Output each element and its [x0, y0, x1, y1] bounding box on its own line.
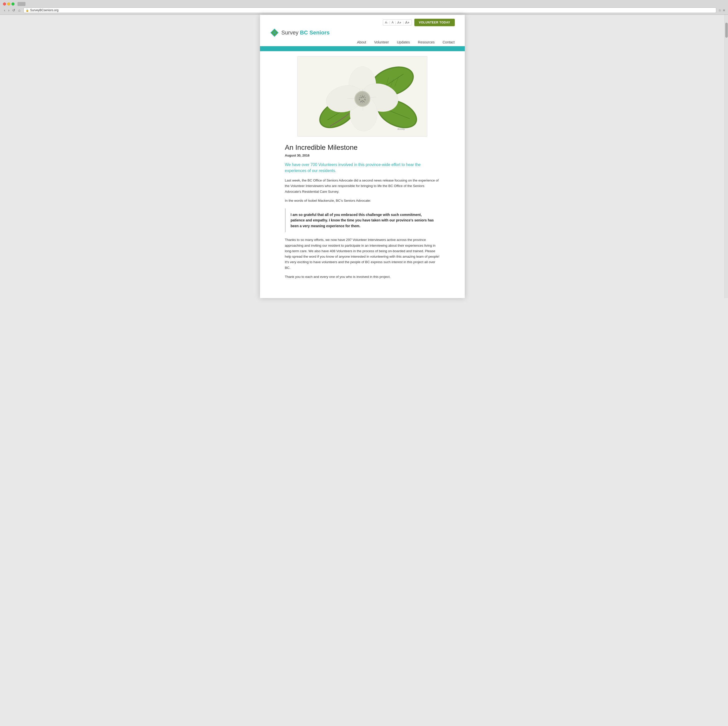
- svg-point-34: [362, 96, 363, 98]
- bookmark-icon[interactable]: ☆: [718, 8, 722, 12]
- article-subtitle: We have over 700 Volunteers involved in …: [285, 162, 440, 174]
- svg-point-38: [364, 95, 365, 96]
- article-content: Jeremy An Incredible Milestone August 30…: [260, 56, 465, 298]
- font-sep-3: |: [403, 21, 404, 24]
- brand-name: Survey BC Seniors: [281, 29, 330, 36]
- lock-icon: 🔒: [26, 9, 29, 12]
- nav-resources[interactable]: Resources: [418, 40, 434, 46]
- svg-point-39: [365, 97, 366, 98]
- site-header: A- | A | A+ | A+ VOLUNTEER TODAY: [260, 15, 465, 46]
- svg-point-42: [362, 102, 363, 103]
- font-increase-button[interactable]: A+: [397, 20, 402, 25]
- back-button[interactable]: ‹: [3, 8, 6, 13]
- svg-point-40: [365, 99, 366, 101]
- nav-updates[interactable]: Updates: [397, 40, 410, 46]
- nav-about[interactable]: About: [357, 40, 366, 46]
- svg-point-29: [363, 96, 364, 98]
- svg-point-45: [359, 97, 360, 98]
- header-brand: Survey BC Seniors: [270, 28, 455, 37]
- article-title: An Incredible Milestone: [285, 144, 440, 151]
- hero-image: Jeremy: [297, 56, 427, 136]
- article-body-1: Last week, the BC Office of Seniors Advo…: [285, 178, 440, 194]
- svg-point-44: [359, 99, 360, 101]
- minimize-window-button[interactable]: [7, 3, 10, 6]
- svg-marker-2: [273, 31, 276, 34]
- font-large-button[interactable]: A+: [405, 20, 410, 25]
- svg-point-36: [360, 95, 361, 96]
- scroll-handle: [17, 2, 26, 6]
- maximize-window-button[interactable]: [11, 3, 14, 6]
- svg-point-37: [362, 95, 363, 96]
- logo-icon: [270, 28, 279, 37]
- svg-point-41: [364, 102, 365, 102]
- header-top-row: A- | A | A+ | A+ VOLUNTEER TODAY: [270, 19, 455, 26]
- browser-nav-buttons: ‹ › ↺ ⌂: [3, 8, 21, 13]
- svg-point-28: [360, 97, 362, 98]
- brand-survey: Survey: [281, 29, 300, 36]
- browser-window: A- | A | A+ | A+ VOLUNTEER TODAY: [0, 15, 728, 298]
- close-window-button[interactable]: [3, 3, 6, 6]
- website-content: A- | A | A+ | A+ VOLUNTEER TODAY: [260, 15, 465, 298]
- url-text: SurveyBCseniors.org: [30, 9, 58, 12]
- flower-illustration: Jeremy: [298, 57, 427, 136]
- brand-bcseniors: BC Seniors: [300, 29, 330, 36]
- article-blockquote: I am so grateful that all of you embrace…: [285, 208, 440, 232]
- menu-icon[interactable]: ≡: [723, 8, 725, 12]
- address-bar[interactable]: 🔒 SurveyBCseniors.org: [23, 8, 716, 13]
- article-body-2: Thanks to so many efforts, we now have 2…: [285, 237, 440, 271]
- font-sep-1: |: [389, 21, 390, 24]
- article-quote-intro: In the words of Isobel Mackenzie, BC's S…: [285, 198, 440, 203]
- forward-button[interactable]: ›: [7, 8, 11, 13]
- home-button[interactable]: ⌂: [17, 8, 21, 13]
- font-normal-button[interactable]: A: [391, 20, 394, 24]
- font-size-controls: A- | A | A+ | A+: [383, 20, 412, 26]
- teal-accent-bar: [260, 46, 465, 51]
- font-sep-2: |: [395, 21, 396, 24]
- svg-point-27: [355, 92, 369, 106]
- volunteer-today-button[interactable]: VOLUNTEER TODAY: [414, 19, 455, 26]
- blockquote-text: I am so grateful that all of you embrace…: [291, 212, 435, 229]
- browser-actions: ☆ ≡: [718, 8, 725, 12]
- scrollbar-thumb[interactable]: [725, 23, 728, 38]
- svg-point-35: [362, 100, 363, 101]
- article-body-3: Thank you to each and every one of you w…: [285, 274, 440, 280]
- site-navigation: About Volunteer Updates Resources Contac…: [270, 40, 455, 46]
- traffic-lights: [3, 3, 14, 6]
- nav-contact[interactable]: Contact: [442, 40, 454, 46]
- article-date: August 30, 2016: [285, 154, 440, 157]
- browser-chrome: ‹ › ↺ ⌂ 🔒 SurveyBCseniors.org ☆ ≡: [0, 0, 728, 15]
- scrollbar-track[interactable]: [725, 15, 728, 298]
- svg-point-43: [360, 102, 361, 102]
- nav-volunteer[interactable]: Volunteer: [374, 40, 389, 46]
- font-decrease-button[interactable]: A-: [385, 21, 388, 24]
- refresh-button[interactable]: ↺: [11, 8, 16, 13]
- svg-text:Jeremy: Jeremy: [397, 127, 405, 130]
